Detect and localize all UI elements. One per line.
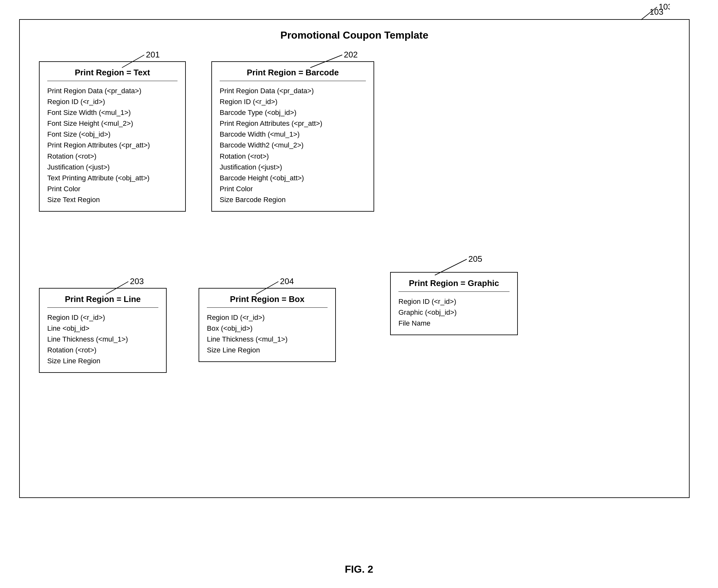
box-202: Print Region = Barcode Print Region Data… bbox=[211, 61, 374, 212]
box-203-item-3: Rotation (<rot>) bbox=[47, 345, 159, 356]
box-204-item-0: Region ID (<r_id>) bbox=[207, 312, 328, 323]
box-205-title: Print Region = Graphic bbox=[398, 278, 509, 292]
box-203-item-0: Region ID (<r_id>) bbox=[47, 312, 159, 323]
svg-line-0 bbox=[641, 7, 657, 20]
ref-201-arrow: 201 bbox=[119, 52, 170, 71]
box-201-item-7: Justification (<just>) bbox=[47, 162, 177, 173]
svg-text:201: 201 bbox=[146, 52, 160, 59]
box-205: Print Region = Graphic Region ID (<r_id>… bbox=[390, 272, 518, 335]
box-201-item-10: Size Text Region bbox=[47, 194, 177, 205]
box-202-item-7: Justification (<just>) bbox=[220, 162, 366, 173]
box-202-item-6: Rotation (<rot>) bbox=[220, 151, 366, 162]
box-203-item-1: Line <obj_id> bbox=[47, 323, 159, 334]
ref-205-arrow: 205 bbox=[431, 256, 495, 278]
box-202-item-1: Region ID (<r_id>) bbox=[220, 97, 366, 107]
box-201-item-1: Region ID (<r_id>) bbox=[47, 97, 177, 107]
svg-text:103: 103 bbox=[659, 4, 670, 12]
box-202-item-0: Print Region Data (<pr_data>) bbox=[220, 86, 366, 97]
box-201-item-6: Rotation (<rot>) bbox=[47, 151, 177, 162]
ref-202-arrow: 202 bbox=[307, 52, 371, 71]
box-205-item-1: Graphic (<obj_id>) bbox=[398, 307, 509, 318]
svg-text:203: 203 bbox=[130, 278, 144, 286]
box-204-item-1: Box (<obj_id>) bbox=[207, 323, 328, 334]
box-202-item-2: Barcode Type (<obj_id>) bbox=[220, 107, 366, 118]
svg-line-6 bbox=[106, 281, 128, 294]
svg-line-8 bbox=[256, 281, 278, 294]
box-201-item-2: Font Size Width (<mul_1>) bbox=[47, 107, 177, 118]
box-202-item-10: Size Barcode Region bbox=[220, 194, 366, 205]
box-202-item-5: Barcode Width2 (<mul_2>) bbox=[220, 140, 366, 151]
box-204: Print Region = Box Region ID (<r_id>) Bo… bbox=[198, 288, 336, 362]
box-204-item-2: Line Thickness (<mul_1>) bbox=[207, 334, 328, 345]
box-205-item-2: File Name bbox=[398, 318, 509, 329]
box-201-item-3: Font Size Height (<mul_2>) bbox=[47, 118, 177, 129]
svg-text:205: 205 bbox=[468, 256, 482, 264]
box-202-item-3: Print Region Attributes (<pr_att>) bbox=[220, 118, 366, 129]
box-203-item-4: Size Line Region bbox=[47, 356, 159, 366]
box-201: Print Region = Text Print Region Data (<… bbox=[39, 61, 186, 212]
box-201-item-9: Print Color bbox=[47, 184, 177, 194]
box-202-item-9: Print Color bbox=[220, 184, 366, 194]
svg-line-4 bbox=[310, 55, 342, 68]
svg-line-2 bbox=[122, 55, 144, 68]
box-202-item-4: Barcode Width (<mul_1>) bbox=[220, 129, 366, 140]
figure-label: FIG. 2 bbox=[345, 563, 373, 575]
box-201-item-0: Print Region Data (<pr_data>) bbox=[47, 86, 177, 97]
box-201-item-4: Font Size (<obj_id>) bbox=[47, 129, 177, 140]
diagram-container: 103 103 Promotional Coupon Template Prin… bbox=[19, 19, 690, 498]
svg-text:202: 202 bbox=[344, 52, 358, 59]
ref-203-arrow: 203 bbox=[103, 278, 154, 297]
ref-204-arrow: 204 bbox=[253, 278, 304, 297]
box-202-item-8: Barcode Height (<obj_att>) bbox=[220, 173, 366, 184]
diagram-title: Promotional Coupon Template bbox=[20, 20, 689, 47]
ref-103-arrow: 103 bbox=[632, 4, 670, 23]
svg-text:204: 204 bbox=[280, 278, 294, 286]
box-203: Print Region = Line Region ID (<r_id>) L… bbox=[39, 288, 167, 373]
box-205-item-0: Region ID (<r_id>) bbox=[398, 296, 509, 307]
svg-line-10 bbox=[435, 259, 467, 275]
box-201-item-8: Text Printing Attribute (<obj_att>) bbox=[47, 173, 177, 184]
box-203-item-2: Line Thickness (<mul_1>) bbox=[47, 334, 159, 345]
box-204-item-3: Size Line Region bbox=[207, 345, 328, 356]
box-201-item-5: Print Region Attributes (<pr_att>) bbox=[47, 140, 177, 151]
